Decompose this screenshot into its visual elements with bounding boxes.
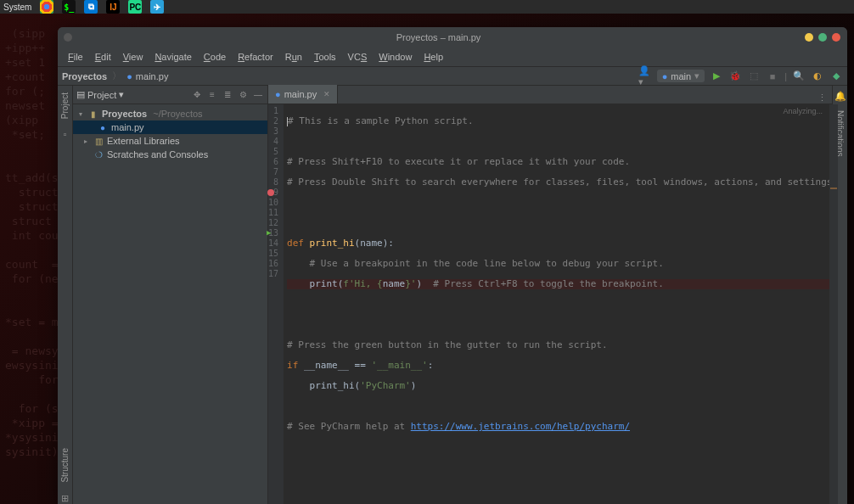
stop-button[interactable]: ■ xyxy=(766,70,779,83)
select-opened-file-icon[interactable]: ✥ xyxy=(191,90,203,99)
intellij-icon[interactable]: IJ xyxy=(106,0,120,14)
editor-scrollbar[interactable] xyxy=(829,104,838,504)
line-number: 15 xyxy=(268,249,278,259)
code-editor[interactable]: 1 2 3 4 5 6 7 8 9 10 11 12 13 14 15 16 1 xyxy=(268,104,832,504)
bookmarks-icon[interactable]: ▫ xyxy=(64,129,67,139)
line-number: 2 xyxy=(268,116,278,126)
structure-icon[interactable]: ⊞ xyxy=(61,493,69,504)
tree-external-libs[interactable]: ▸ ▥ External Libraries xyxy=(73,134,267,148)
line-number: 10 xyxy=(268,198,278,208)
window-title: Proyectos – main.py xyxy=(72,32,805,42)
tree-root[interactable]: ▾ ▮ Proyectos ~/Proyectos xyxy=(73,107,267,120)
line-number: 1 xyxy=(268,106,278,116)
analyzing-label: Analyzing... xyxy=(784,106,823,116)
menu-edit[interactable]: Edit xyxy=(90,50,116,64)
add-user-icon[interactable]: 👤▾ xyxy=(638,70,652,83)
hide-panel-icon[interactable]: — xyxy=(252,90,264,99)
editor-area: ● main.py ✕ ⋮ 1 2 3 4 5 6 7 8 9 10 xyxy=(268,86,832,504)
menu-bar: File Edit View Navigate Code Refactor Ru… xyxy=(58,48,847,66)
menu-navigate[interactable]: Navigate xyxy=(149,50,196,64)
line-number: 16 xyxy=(268,259,278,269)
window-close-dot[interactable] xyxy=(64,33,72,42)
line-number: 17 xyxy=(268,269,278,279)
breadcrumb-file[interactable]: ●main.py xyxy=(126,71,168,81)
menu-vcs[interactable]: VCS xyxy=(343,50,373,64)
terminal-icon[interactable]: $_ xyxy=(62,0,76,14)
ide-settings-icon[interactable]: ◆ xyxy=(829,70,843,83)
line-number: 5 xyxy=(268,147,278,157)
vscode-icon[interactable]: ⧉ xyxy=(84,0,98,14)
tree-scratches[interactable]: ❍ Scratches and Consoles xyxy=(73,148,267,161)
menu-view[interactable]: View xyxy=(118,50,149,64)
menu-code[interactable]: Code xyxy=(199,50,231,64)
telegram-icon[interactable]: ✈ xyxy=(150,0,164,14)
titlebar[interactable]: Proyectos – main.py xyxy=(58,27,847,48)
chrome-icon[interactable] xyxy=(40,0,53,14)
editor-gutter[interactable]: 1 2 3 4 5 6 7 8 9 10 11 12 13 14 15 16 1 xyxy=(268,104,284,504)
toolbar-separator: | xyxy=(784,71,787,81)
tree-file-main[interactable]: ● main.py xyxy=(73,120,267,134)
python-file-icon: ● xyxy=(97,123,109,132)
run-config-selector[interactable]: ●main▾ xyxy=(657,70,705,82)
python-file-icon: ● xyxy=(275,89,281,99)
project-panel: ▤ Project ▾ ✥ ≡ ≣ ⚙ — ▾ ▮ Proyectos ~/Pr… xyxy=(73,86,268,504)
line-number: 4 xyxy=(268,137,278,147)
breadcrumb-separator: 〉 xyxy=(112,70,121,82)
menu-help[interactable]: Help xyxy=(419,50,448,64)
editor-tab-bar: ● main.py ✕ ⋮ xyxy=(268,86,832,104)
project-view-selector[interactable]: ▤ Project ▾ xyxy=(76,89,124,100)
close-tab-icon[interactable]: ✕ xyxy=(323,90,330,98)
line-number: 8 xyxy=(268,177,278,188)
breadcrumb-project[interactable]: Proyectos xyxy=(62,71,107,81)
menu-window[interactable]: Window xyxy=(374,50,417,64)
menu-tools[interactable]: Tools xyxy=(309,50,341,64)
structure-tool-tab[interactable]: Structure xyxy=(59,445,70,486)
panel-settings-icon[interactable]: ⚙ xyxy=(237,90,249,99)
pycharm-icon[interactable]: PC xyxy=(128,0,142,14)
project-panel-header: ▤ Project ▾ ✥ ≡ ≣ ⚙ — xyxy=(73,86,267,104)
pycharm-window: Proyectos – main.py File Edit View Navig… xyxy=(58,27,847,504)
nav-toolbar: Proyectos 〉 ●main.py 👤▾ ●main▾ ▶ 🐞 ⬚ ■ |… xyxy=(58,66,847,86)
close-button[interactable] xyxy=(832,33,840,42)
line-number: 14 xyxy=(268,238,278,249)
editor-tab-main[interactable]: ● main.py ✕ xyxy=(268,85,338,104)
folder-icon: ▮ xyxy=(87,109,99,119)
menu-run[interactable]: Run xyxy=(280,50,307,64)
collapse-all-icon[interactable]: ≣ xyxy=(222,90,233,99)
os-taskbar: System $_ ⧉ IJ PC ✈ xyxy=(0,0,854,14)
menu-refactor[interactable]: Refactor xyxy=(233,50,278,64)
maximize-button[interactable] xyxy=(818,33,827,42)
line-number: 11 xyxy=(268,208,278,218)
coverage-button[interactable]: ⬚ xyxy=(747,70,761,83)
debug-button[interactable]: 🐞 xyxy=(728,70,742,83)
tab-more-icon[interactable]: ⋮ xyxy=(817,92,827,104)
minimize-button[interactable] xyxy=(805,33,813,42)
menu-file[interactable]: File xyxy=(63,50,88,64)
window-controls xyxy=(805,33,840,42)
line-number: 3 xyxy=(268,126,278,137)
notifications-icon[interactable]: 🔔 xyxy=(834,91,846,102)
ide-updates-icon[interactable]: ◐ xyxy=(811,70,824,83)
breakpoint-line[interactable]: 9 xyxy=(268,188,278,198)
run-button[interactable]: ▶ xyxy=(710,70,723,83)
project-tree: ▾ ▮ Proyectos ~/Proyectos ● main.py ▸ ▥ … xyxy=(73,104,267,164)
library-icon: ▥ xyxy=(93,137,104,146)
project-tool-tab[interactable]: Project xyxy=(59,89,70,122)
run-gutter-icon[interactable]: 13 xyxy=(268,228,278,238)
scratches-icon: ❍ xyxy=(93,150,104,160)
expand-all-icon[interactable]: ≡ xyxy=(206,90,218,99)
search-everywhere-icon[interactable]: 🔍 xyxy=(792,70,806,83)
code-content[interactable]: # This is a sample Python script. # Pres… xyxy=(284,104,838,504)
line-number: 6 xyxy=(268,157,278,167)
system-menu[interactable]: System xyxy=(3,3,31,12)
line-number: 7 xyxy=(268,167,278,177)
left-tool-strip: Project ▫ Structure ⊞ xyxy=(58,86,73,504)
